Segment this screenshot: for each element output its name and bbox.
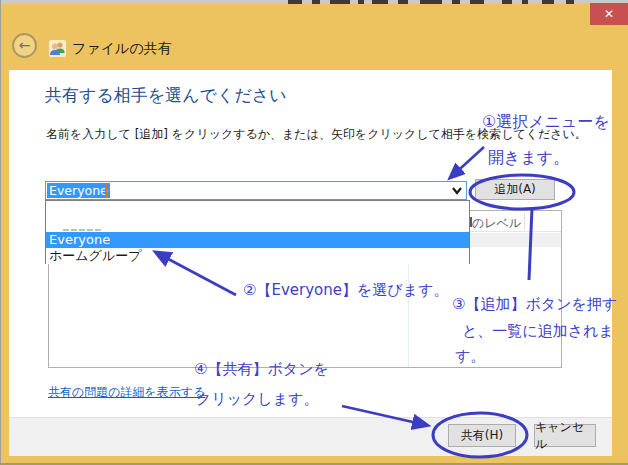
back-arrow-icon: ← [19, 37, 31, 53]
window-edge-artifact [420, 0, 442, 4]
add-button-label: 追加(A) [494, 181, 536, 198]
chevron-down-icon[interactable] [451, 186, 463, 196]
people-combobox[interactable]: Everyone [45, 181, 467, 200]
dialog-button-bar [9, 417, 612, 456]
annotation-step4-text: ④【共有】ボタンを [194, 360, 329, 379]
window-edge-artifact [288, 0, 302, 4]
people-dropdown-list: Everyone ホームグループ [45, 200, 470, 264]
window-edge-artifact [522, 0, 528, 4]
annotation-step2-text: ②【Everyone】を選びます。 [243, 281, 448, 300]
file-sharing-window: ✕ ← ファイルの共有 共有する相手を選んでください 名前を入力して [追加] … [0, 0, 628, 465]
dialog-heading: 共有する相手を選んでください [45, 84, 287, 107]
annotation-step4-text: クリックします。 [196, 390, 318, 409]
cancel-button-label: キャンセル [535, 419, 595, 453]
window-edge-artifact [502, 0, 512, 4]
add-button[interactable]: 追加(A) [475, 179, 555, 200]
combobox-selected-text: Everyone [47, 183, 110, 198]
window-edge-artifact [330, 0, 350, 4]
dropdown-artifact [63, 229, 103, 231]
window-edge-artifact [358, 0, 364, 4]
window-edge-artifact [372, 0, 388, 4]
annotation-step3-text: と、一覧に追加されま [462, 322, 614, 341]
window-edge-artifact [312, 0, 320, 4]
close-icon: ✕ [604, 7, 614, 21]
window-edge-artifact [566, 0, 574, 4]
permission-level-column-header: のレベル [472, 215, 521, 232]
window-edge-artifact [398, 0, 408, 4]
cancel-button[interactable]: キャンセル [534, 424, 596, 447]
window-left-edge [0, 0, 1, 465]
sharing-problems-details-link[interactable]: 共有の問題の詳細を表示する [48, 384, 205, 401]
back-button[interactable]: ← [12, 33, 37, 58]
close-button[interactable]: ✕ [590, 3, 628, 25]
share-button-label: 共有(H) [461, 427, 503, 444]
window-edge-artifact [470, 0, 484, 4]
annotation-step1-text: 開きます。 [488, 148, 569, 169]
text-caret [105, 184, 107, 198]
dropdown-item-blank[interactable] [46, 201, 469, 232]
dropdown-item-homegroup[interactable]: ホームグループ [46, 248, 469, 264]
annotation-step3-text: ③【追加】ボタンを押す [452, 295, 617, 314]
share-button[interactable]: 共有(H) [448, 424, 516, 447]
window-title: ファイルの共有 [72, 40, 172, 58]
file-sharing-people-icon [49, 40, 66, 57]
header-column-divider [524, 213, 525, 230]
list-column-divider [408, 247, 409, 367]
window-edge-artifact [452, 0, 460, 4]
annotation-step1-text: ①選択メニューを [482, 112, 610, 133]
window-edge-artifact [542, 0, 554, 4]
dropdown-item-everyone[interactable]: Everyone [46, 232, 469, 248]
annotation-step3-text: す。 [455, 347, 485, 366]
